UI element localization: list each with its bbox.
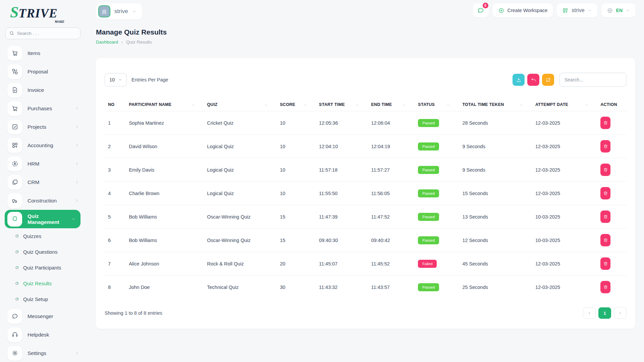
sidebar-item-crm[interactable]: CRM — [0, 173, 86, 191]
pagination-next-button[interactable] — [614, 307, 627, 319]
cell-status: Passed — [415, 135, 459, 158]
submenu-bullet-icon — [15, 234, 19, 238]
sidebar-item-projects[interactable]: Projects — [0, 118, 86, 136]
breadcrumb-dashboard-link[interactable]: Dashboard — [96, 40, 118, 45]
cell-end: 11:43:57 — [368, 276, 415, 299]
table-header: NOPARTICIPANT NAME↑↓QUIZ↑↓SCORE↑↓START T… — [105, 98, 627, 111]
cell-no: 2 — [105, 135, 125, 158]
cell-quiz: Logical Quiz — [204, 182, 276, 205]
sort-icon[interactable]: ↑↓ — [520, 103, 523, 107]
language-selector[interactable]: EN — [601, 3, 635, 17]
sort-icon[interactable]: ↑↓ — [585, 103, 588, 107]
export-download-button[interactable] — [513, 74, 525, 86]
pagination-prev-button[interactable] — [583, 307, 596, 319]
cell-score: 10 — [276, 182, 316, 205]
cell-score: 15 — [276, 229, 316, 252]
sidebar-item-hrm[interactable]: HRM — [0, 155, 86, 173]
table-row: 5Bob WilliamsOscar-Winning Quiz1511:47:3… — [105, 205, 627, 229]
sort-icon[interactable]: ↑↓ — [192, 103, 194, 107]
column-header-quiz: QUIZ↑↓ — [204, 98, 276, 111]
sidebar-item-settings[interactable]: Settings — [0, 344, 86, 362]
sidebar-item-accounting[interactable]: Accounting — [0, 136, 86, 155]
cell-time-taken: 25 Seconds — [459, 276, 532, 299]
sort-icon[interactable]: ↑↓ — [402, 103, 405, 107]
sidebar-subitem-quiz-setup[interactable]: Quiz Setup — [0, 291, 86, 307]
cell-status: Passed — [415, 158, 459, 182]
delete-row-button[interactable] — [600, 210, 610, 223]
cell-end: 11:56:05 — [368, 182, 415, 205]
sidebar-subitem-quiz-questions[interactable]: Quiz Questions — [0, 244, 86, 260]
submenu-bullet-icon — [15, 297, 19, 301]
delete-row-button[interactable] — [600, 117, 610, 129]
delete-row-button[interactable] — [600, 281, 610, 293]
invoice-icon — [7, 83, 22, 98]
proposal-icon — [7, 64, 22, 79]
chevron-down-icon — [588, 8, 592, 13]
sidebar-subitem-quizzes[interactable]: Quizzes — [0, 228, 86, 244]
entries-per-page-select[interactable]: 10 — [105, 73, 127, 86]
cell-end: 11:57:27 — [368, 158, 415, 182]
table-search-input[interactable] — [559, 73, 627, 87]
cell-start: 11:55:50 — [316, 182, 368, 205]
workspace-switcher[interactable]: strive — [557, 3, 597, 17]
delete-row-button[interactable] — [600, 140, 610, 153]
cell-attempt-date: 10-03-2025 — [532, 205, 597, 229]
sidebar-item-proposal[interactable]: Proposal — [0, 62, 86, 81]
sidebar-item-helpdesk[interactable]: Helpdesk — [0, 325, 86, 344]
sidebar-item-items[interactable]: Items — [0, 44, 86, 62]
cell-start: 11:43:32 — [316, 276, 368, 299]
sidebar-subitem-quiz-results[interactable]: Quiz Results — [0, 276, 86, 291]
sort-icon[interactable]: ↑↓ — [356, 103, 358, 107]
cell-action — [597, 111, 627, 135]
status-badge: Passed — [418, 142, 439, 150]
sidebar-subitem-quiz-participants[interactable]: Quiz Participants — [0, 260, 86, 276]
workspace-selector[interactable]: strive — [96, 3, 142, 19]
sidebar-item-purchases[interactable]: Purchases — [0, 99, 86, 118]
pagination-page-1-button[interactable]: 1 — [598, 307, 611, 319]
settings-icon — [7, 346, 22, 361]
cell-score: 10 — [276, 111, 316, 135]
sidebar-item-invoice[interactable]: Invoice — [0, 81, 86, 99]
breadcrumb-separator: › — [121, 40, 123, 45]
topbar-actions: 0 Create Workspace strive EN — [473, 3, 636, 17]
cell-quiz: Logical Quiz — [204, 158, 276, 182]
cart-icon — [7, 101, 22, 116]
chat-button[interactable]: 0 — [473, 3, 489, 17]
entries-per-page-label: Entries Per Page — [131, 77, 168, 82]
column-header-label: TOTAL TIME TEKEN — [462, 102, 504, 107]
cell-quiz: Cricket Quiz — [204, 111, 276, 135]
construction-icon — [7, 193, 22, 208]
cell-attempt-date: 12-03-2025 — [532, 252, 597, 276]
delete-row-button[interactable] — [600, 164, 610, 176]
create-workspace-label: Create Workspace — [507, 8, 548, 13]
sidebar-item-label: Proposal — [28, 69, 48, 75]
sidebar-search-input[interactable] — [5, 27, 80, 39]
undo-button[interactable] — [527, 74, 539, 86]
cell-no: 8 — [105, 276, 125, 299]
table-row: 7Alice JohnsonRock & Roll Quiz2011:45:07… — [105, 252, 627, 276]
app-logo[interactable]: STRIVE MAKE — [0, 3, 74, 23]
cell-score: 20 — [276, 252, 316, 276]
table-header-row: NOPARTICIPANT NAME↑↓QUIZ↑↓SCORE↑↓START T… — [105, 98, 627, 111]
refresh-button[interactable] — [542, 74, 554, 86]
create-workspace-button[interactable]: Create Workspace — [493, 3, 553, 17]
cell-end: 11:47:52 — [368, 205, 415, 229]
delete-row-button[interactable] — [600, 187, 610, 199]
sort-icon[interactable]: ↑↓ — [264, 103, 267, 107]
delete-row-button[interactable] — [600, 257, 610, 270]
sort-icon[interactable]: ↑↓ — [304, 103, 306, 107]
cell-status: Passed — [415, 229, 459, 252]
sidebar-item-construction[interactable]: Construction — [0, 191, 86, 210]
sidebar-subitem-label: Quiz Participants — [23, 265, 61, 270]
sidebar-item-quiz-management[interactable]: Quiz Management — [5, 210, 80, 228]
sort-icon[interactable]: ↑↓ — [447, 103, 449, 107]
sidebar-item-messenger[interactable]: Messenger — [0, 307, 86, 325]
workspace-name: strive — [114, 8, 128, 15]
column-header-action: ACTION — [597, 98, 627, 111]
cell-time-taken: 9 Seconds — [459, 158, 532, 182]
app-root: STRIVE MAKE ItemsProposalInvoicePurchase… — [0, 0, 644, 362]
refresh-icon — [545, 77, 551, 83]
download-icon — [516, 77, 522, 83]
quiz-results-card: 10 Entries Per Page NOPARTICIPANT N — [96, 58, 635, 329]
delete-row-button[interactable] — [600, 234, 610, 246]
